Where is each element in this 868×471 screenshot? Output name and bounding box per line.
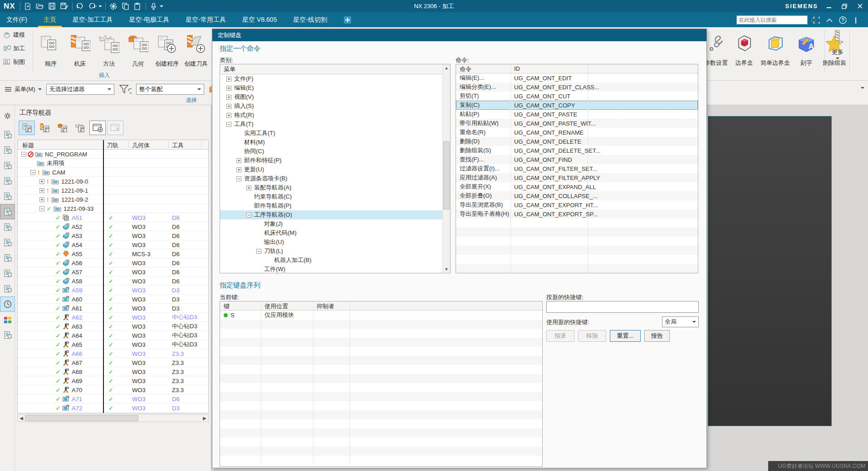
scroll-up-icon[interactable]: ▲ (443, 64, 450, 72)
selection-filter-dropdown[interactable]: 无选择过滤器 (46, 84, 114, 95)
constraint-navigator-icon[interactable] (0, 142, 15, 158)
column-header-3[interactable]: 几何体 (132, 141, 150, 150)
command-row[interactable]: 导出至电子表格(H)UG_CAM_ONT_EXPORT_SP... (456, 209, 698, 219)
dialog-title-bar[interactable]: 定制键盘 (212, 29, 706, 41)
tree-row[interactable]: ✓A57✓WO3D6 (18, 267, 208, 277)
column-sash[interactable] (103, 140, 104, 413)
scroll-right-icon[interactable]: ▶ (201, 416, 208, 421)
category-item[interactable]: 部件导航器(P) (220, 201, 450, 210)
graphics-window[interactable] (708, 116, 832, 426)
operation-navigator-icon[interactable] (0, 204, 15, 219)
tree-row[interactable]: ✓A67✓WO3Z3.3 (18, 358, 208, 367)
command-row[interactable]: 查找(F)...UG_CAM_ONT_FIND (456, 155, 698, 164)
command-row[interactable]: 编辑(E)...UG_CAM_ONT_EDIT (456, 73, 698, 83)
tab-custom-2[interactable]: 星空-电极工具 (121, 12, 178, 27)
tree-row[interactable]: 未用项 (18, 159, 208, 168)
report-button[interactable]: 报告 (644, 330, 670, 342)
expand-icon[interactable]: + (226, 113, 231, 118)
mode-button-2[interactable]: 加工 (3, 43, 25, 54)
create-tool-button[interactable]: 创建刀具 (181, 29, 211, 68)
tree-row[interactable]: ✓A60✓WO3D3 (18, 295, 208, 304)
view-manager-icon[interactable] (0, 189, 15, 204)
category-item[interactable]: +编辑(E) (220, 83, 450, 92)
tab-custom-5[interactable]: 星空-线切割 (285, 12, 335, 27)
hd3d-tools-icon[interactable] (0, 281, 15, 296)
category-item[interactable]: +视图(V) (220, 92, 450, 102)
expand-icon[interactable]: + (39, 188, 44, 193)
tree-row[interactable]: ✓A59✓WO3D3 (18, 286, 208, 295)
command-row[interactable]: 剪切(T)UG_CAM_ONT_CUT (456, 92, 698, 101)
tree-row[interactable]: ✓A70✓WO3Z3.3 (18, 385, 208, 394)
pinwheel-icon[interactable] (109, 2, 118, 11)
part-navigator-icon[interactable] (0, 158, 15, 173)
command-search-box[interactable] (736, 15, 808, 24)
alerts-icon[interactable]: | (851, 15, 860, 24)
collapse-icon[interactable]: − (30, 170, 35, 175)
tree-row[interactable]: ✓A53✓WO3D6 (18, 231, 208, 240)
red-box-button[interactable]: 边界盒 (731, 29, 757, 67)
more-button[interactable]: 更多 (826, 29, 849, 59)
save-as-icon[interactable] (60, 2, 69, 11)
collapse-icon[interactable]: − (246, 213, 251, 218)
scroll-left-icon[interactable]: ◀ (18, 416, 25, 421)
collapse-icon[interactable]: − (39, 206, 44, 211)
collapse-icon[interactable]: − (226, 122, 231, 127)
manufacturing-wizard-icon[interactable] (0, 250, 15, 266)
roles-icon[interactable] (0, 312, 15, 327)
machine-tool-view-icon[interactable] (36, 121, 53, 135)
tab-custom-3[interactable]: 星空-常用工具 (177, 12, 234, 27)
geometry-button[interactable]: 几何 (123, 29, 152, 68)
category-item[interactable]: −工具(T) (220, 120, 450, 129)
tree-row[interactable]: ✓A52✓WO3D6 (18, 222, 208, 231)
category-item[interactable]: +装配导航器(A) (220, 183, 450, 192)
machine-tool-navigator-icon[interactable] (0, 219, 15, 235)
redo-icon[interactable] (76, 2, 85, 11)
save-icon[interactable] (48, 2, 57, 11)
dropdown-caret-icon[interactable] (98, 5, 102, 7)
program-order-view-icon[interactable] (19, 121, 35, 135)
scrollbar-thumb[interactable] (443, 141, 450, 209)
create-program-button[interactable]: 创建程序 (152, 29, 181, 68)
add-tab-button[interactable] (342, 12, 353, 27)
tree-row[interactable]: ✓A61✓WO3D3 (18, 304, 208, 313)
expand-icon[interactable]: + (236, 167, 241, 172)
key-column-header-2[interactable]: 使用位置 (265, 302, 288, 311)
category-item[interactable]: +部件和特征(P) (220, 156, 450, 165)
tree-row[interactable]: −✓1221-09-33 (18, 204, 208, 213)
restore-button[interactable] (840, 2, 849, 10)
tree-row[interactable]: ✓A51✓WO3D6 (18, 213, 208, 222)
voice-icon[interactable] (149, 2, 158, 11)
column-header-2[interactable]: 刀轨 (107, 141, 118, 150)
expand-icon[interactable]: + (39, 179, 44, 184)
copy-icon[interactable] (121, 2, 130, 11)
selection-box-icon[interactable] (812, 15, 821, 24)
reset-button[interactable]: 重置... (610, 330, 641, 342)
tree-row[interactable]: ✓A54✓WO3D6 (18, 240, 208, 249)
category-item[interactable]: −资源条选项卡(B) (220, 174, 450, 183)
collapse-icon[interactable]: − (256, 249, 261, 254)
tree-row[interactable]: +!1221-09-1 (18, 186, 208, 195)
assembly-navigator-icon[interactable] (0, 127, 15, 142)
category-item[interactable]: 工件(W) (220, 265, 450, 273)
order-button[interactable]: 顺序 (36, 29, 65, 68)
tab-file[interactable]: 文件(F) (0, 12, 35, 27)
command-row[interactable]: 编辑分类(E)...UG_CAM_ONT_EDIT_CLASS... (456, 83, 698, 92)
close-button[interactable] (855, 2, 864, 10)
expand-icon[interactable]: + (246, 185, 251, 190)
tree-row[interactable]: ✓A58✓WO3D6 (18, 277, 208, 286)
category-item[interactable]: +插入(S) (220, 102, 450, 111)
category-item[interactable]: 实用工具(T) (220, 129, 450, 138)
dropdown-caret-icon[interactable] (160, 5, 163, 7)
command-row[interactable]: 删除(D)UG_CAM_ONT_DELETE (456, 137, 698, 146)
tree-row[interactable]: ✓A62✓WO3中心钻D3 (18, 313, 208, 322)
expand-icon[interactable]: + (39, 197, 44, 202)
navigator-horizontal-scrollbar[interactable]: ◀ ▶ (17, 414, 209, 422)
minimize-ribbon-icon[interactable] (825, 15, 834, 24)
minimize-button[interactable] (824, 2, 834, 10)
tree-row[interactable]: ✓A71✓WO3D6 (18, 394, 208, 403)
search-input[interactable] (737, 17, 811, 23)
command-column-header-1[interactable]: 命令 (460, 65, 471, 73)
mode-button-1[interactable]: 建模 (3, 29, 25, 41)
category-item[interactable]: 机器人加工(B) (220, 256, 450, 265)
web-browser-icon[interactable] (0, 266, 15, 281)
